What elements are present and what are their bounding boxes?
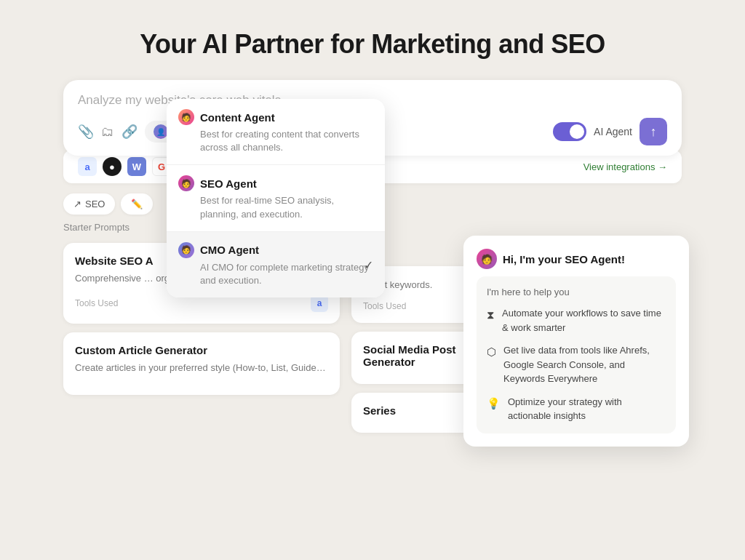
seo-help-label: I'm here to help you — [487, 287, 666, 297]
feature-item-2: ⬡ Get live data from tools like Ahrefs, … — [487, 343, 666, 386]
webflow-icon: W — [127, 157, 146, 176]
seo-agent-avatar: 🧑 — [178, 175, 194, 191]
send-icon: ↑ — [650, 124, 657, 140]
custom-article-desc: Create articles in your preferred style … — [75, 361, 328, 375]
seo-tooltip-avatar: 🧑 — [477, 249, 497, 269]
send-button[interactable]: ↑ — [640, 118, 667, 145]
tools-used-label-2: Tools Used — [363, 301, 406, 311]
link-icon[interactable]: 🔗 — [121, 124, 138, 140]
feature-text-3: Optimize your strategy with actionable i… — [508, 395, 666, 423]
feature-item-3: 💡 Optimize your strategy with actionable… — [487, 395, 666, 423]
tag-seo[interactable]: ↗ SEO — [63, 193, 115, 215]
content-agent-desc: Best for creating content that converts … — [178, 128, 373, 154]
agent-dropdown: 🧑 Content Agent Best for creating conten… — [167, 99, 385, 297]
ahrefs-icon: a — [78, 157, 97, 176]
feature-item-1: ⧗ Automate your workflows to save time &… — [487, 306, 666, 335]
content-agent-name: Content Agent — [200, 111, 275, 124]
data-icon: ⬡ — [487, 344, 496, 361]
seo-tooltip-title: Hi, I'm your SEO Agent! — [503, 253, 625, 265]
tag-seo-icon: ↗ — [73, 199, 81, 209]
tag-edit-icon: ✏️ — [131, 199, 143, 209]
dropdown-item-content[interactable]: 🧑 Content Agent Best for creating conten… — [167, 99, 385, 164]
feature-text-2: Get live data from tools like Ahrefs, Go… — [503, 343, 666, 386]
tools-used-label-1: Tools Used — [75, 298, 118, 308]
page-title: Your AI Partner for Marketing and SEO — [140, 29, 605, 60]
seo-agent-desc: Best for real-time SEO analysis, plannin… — [178, 194, 373, 220]
dropdown-item-seo[interactable]: 🧑 SEO Agent Best for real-time SEO analy… — [167, 165, 385, 231]
agent-selector[interactable]: 👤 CMO Agent ▾ 🧑 Content Agent Best for c… — [145, 121, 242, 143]
tag-seo-label: SEO — [85, 199, 105, 209]
content-agent-avatar: 🧑 — [178, 109, 194, 125]
folder-icon[interactable]: 🗂 — [101, 124, 114, 140]
seo-feature-list: ⧗ Automate your workflows to save time &… — [487, 306, 666, 423]
ai-agent-toggle[interactable] — [553, 122, 586, 141]
view-integrations-link[interactable]: View integrations → — [583, 161, 667, 172]
cmo-agent-avatar: 🧑 — [178, 242, 194, 258]
ai-agent-label: AI Agent — [594, 126, 632, 137]
cmo-agent-name: CMO Agent — [200, 244, 259, 256]
agent-avatar: 👤 — [154, 124, 168, 139]
feature-text-1: Automate your workflows to save time & w… — [502, 306, 666, 335]
custom-article-title: Custom Article Generator — [75, 344, 328, 356]
search-container: Analyze my website's core web vitals 📎 🗂… — [63, 80, 682, 156]
optimize-icon: 💡 — [487, 396, 501, 412]
attach-icon[interactable]: 📎 — [78, 124, 94, 140]
dropdown-item-cmo[interactable]: 🧑 CMO Agent AI CMO for complete marketin… — [167, 232, 385, 297]
custom-article-card[interactable]: Custom Article Generator Create articles… — [63, 332, 340, 396]
cmo-agent-desc: AI CMO for complete marketing strategy a… — [178, 261, 373, 287]
keywords-icon: ● — [103, 157, 121, 176]
seo-agent-name: SEO Agent — [200, 177, 257, 190]
automate-icon: ⧗ — [487, 307, 495, 324]
checkmark-icon: ✓ — [364, 257, 373, 271]
seo-tooltip: 🧑 Hi, I'm your SEO Agent! I'm here to he… — [463, 236, 689, 447]
tag-edit[interactable]: ✏️ — [121, 193, 153, 215]
